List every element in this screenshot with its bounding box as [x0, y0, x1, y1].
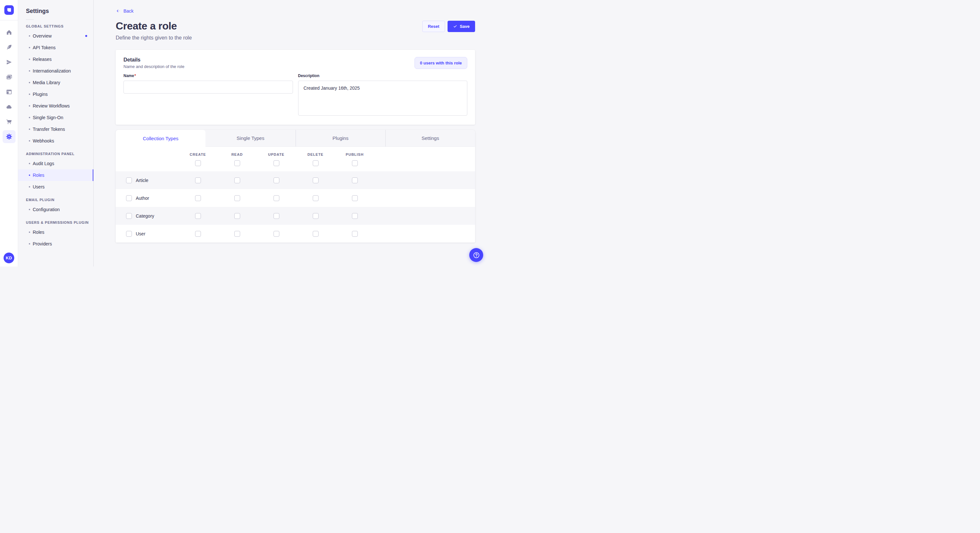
check-icon [453, 24, 457, 29]
category-update-checkbox[interactable] [274, 213, 279, 219]
media-library-icon [6, 74, 12, 80]
row-label: Author [136, 195, 149, 201]
sidebar-section-administration-panel: ADMINISTRATION PANEL [26, 152, 93, 156]
permissions-table: CREATEREADUPDATEDELETEPUBLISH ArticleAut… [116, 147, 475, 243]
category-delete-checkbox[interactable] [313, 213, 318, 219]
select-row-user-checkbox[interactable] [126, 231, 132, 237]
feather-icon [6, 44, 12, 51]
column-header-delete: DELETE [307, 152, 323, 156]
article-read-checkbox[interactable] [234, 178, 240, 183]
select-all-publish-checkbox[interactable] [352, 160, 358, 166]
page-title: Create a role [116, 19, 192, 32]
permission-row-author: Author [116, 189, 475, 207]
user-publish-checkbox[interactable] [352, 231, 358, 237]
required-asterisk: * [135, 73, 136, 78]
name-input[interactable] [124, 81, 293, 94]
layout-icon [6, 89, 12, 95]
rail-item-home[interactable] [0, 25, 18, 40]
main-nav-rail: KD [0, 0, 18, 266]
description-textarea[interactable]: Created January 16th, 2025 [298, 81, 468, 116]
rail-item-cart[interactable] [0, 114, 18, 129]
tab-collection-types[interactable]: Collection Types [116, 130, 205, 147]
rail-item-gear[interactable] [0, 129, 18, 144]
sidebar-item-api-tokens[interactable]: API Tokens [18, 42, 93, 54]
select-row-author-checkbox[interactable] [126, 195, 132, 201]
sidebar-item-media-library[interactable]: Media Library [18, 77, 93, 89]
permissions-table-header: CREATEREADUPDATEDELETEPUBLISH [116, 147, 475, 171]
sidebar-item-transfer-tokens[interactable]: Transfer Tokens [18, 124, 93, 135]
article-publish-checkbox[interactable] [352, 178, 358, 183]
help-button[interactable] [469, 248, 483, 262]
sidebar-item-audit-logs[interactable]: Audit Logs [18, 158, 93, 169]
user-read-checkbox[interactable] [234, 231, 240, 237]
sidebar-item-webhooks[interactable]: Webhooks [18, 135, 93, 147]
author-delete-checkbox[interactable] [313, 195, 318, 201]
sidebar-item-providers[interactable]: Providers [18, 238, 93, 250]
category-read-checkbox[interactable] [234, 213, 240, 219]
sidebar-item-configuration[interactable]: Configuration [18, 204, 93, 215]
rail-item-media-library[interactable] [0, 70, 18, 84]
sidebar-item-single-sign-on[interactable]: Single Sign-On [18, 112, 93, 124]
rail-item-paper-plane[interactable] [0, 55, 18, 70]
article-update-checkbox[interactable] [274, 178, 279, 183]
column-header-read: READ [231, 152, 243, 156]
paper-plane-icon [6, 59, 12, 65]
strapi-logo[interactable] [4, 5, 14, 15]
select-all-create-checkbox[interactable] [195, 160, 201, 166]
rail-item-feather[interactable] [0, 40, 18, 55]
category-create-checkbox[interactable] [195, 213, 201, 219]
author-update-checkbox[interactable] [274, 195, 279, 201]
sidebar-item-label: Audit Logs [33, 161, 54, 166]
sidebar-item-internationalization[interactable]: Internationalization [18, 65, 93, 77]
sidebar-item-roles[interactable]: Roles [18, 226, 93, 238]
article-delete-checkbox[interactable] [313, 178, 318, 183]
page-subtitle: Define the rights given to the role [116, 35, 192, 41]
column-header-update: UPDATE [268, 152, 284, 156]
column-header-publish: PUBLISH [346, 152, 364, 156]
select-all-read-checkbox[interactable] [234, 160, 240, 166]
rail-item-layout[interactable] [0, 84, 18, 99]
category-publish-checkbox[interactable] [352, 213, 358, 219]
article-create-checkbox[interactable] [195, 178, 201, 183]
user-update-checkbox[interactable] [274, 231, 279, 237]
permission-row-category: Category [116, 207, 475, 225]
home-icon [6, 29, 12, 36]
sidebar-item-label: Single Sign-On [33, 115, 63, 120]
author-create-checkbox[interactable] [195, 195, 201, 201]
tab-single-types[interactable]: Single Types [205, 130, 295, 147]
sidebar-item-label: Internationalization [33, 68, 71, 73]
select-all-update-checkbox[interactable] [274, 160, 279, 166]
user-avatar[interactable]: KD [3, 252, 14, 263]
question-mark-icon [473, 251, 480, 259]
user-delete-checkbox[interactable] [313, 231, 318, 237]
gear-icon [6, 133, 12, 140]
details-subtitle: Name and description of the role [124, 64, 185, 69]
back-label: Back [124, 8, 134, 14]
reset-button[interactable]: Reset [422, 21, 445, 32]
sidebar-section-users-permissions-plugin: USERS & PERMISSIONS PLUGIN [26, 220, 93, 224]
settings-nav: GLOBAL SETTINGSOverviewAPI TokensRelease… [18, 24, 93, 250]
name-field-label: Name* [124, 73, 293, 78]
author-publish-checkbox[interactable] [352, 195, 358, 201]
row-label: Category [136, 213, 154, 219]
sidebar-item-review-workflows[interactable]: Review Workflows [18, 100, 93, 112]
select-all-delete-checkbox[interactable] [313, 160, 318, 166]
save-button[interactable]: Save [447, 21, 475, 32]
tab-settings[interactable]: Settings [385, 130, 475, 147]
sidebar-item-roles[interactable]: Roles [18, 169, 93, 181]
select-row-category-checkbox[interactable] [126, 213, 132, 219]
author-read-checkbox[interactable] [234, 195, 240, 201]
rail-item-cloud[interactable] [0, 99, 18, 114]
users-with-role-button[interactable]: 0 users with this role [415, 57, 467, 69]
tab-plugins[interactable]: Plugins [296, 130, 385, 147]
arrow-left-icon [116, 8, 121, 14]
select-row-article-checkbox[interactable] [126, 178, 132, 183]
sidebar-item-overview[interactable]: Overview [18, 30, 93, 42]
sidebar-item-users[interactable]: Users [18, 181, 93, 193]
main-content: Back Create a role Define the rights giv… [94, 0, 490, 266]
sidebar-section-global-settings: GLOBAL SETTINGS [26, 24, 93, 28]
user-create-checkbox[interactable] [195, 231, 201, 237]
sidebar-item-releases[interactable]: Releases [18, 54, 93, 65]
sidebar-item-plugins[interactable]: Plugins [18, 89, 93, 100]
back-link[interactable]: Back [116, 8, 134, 14]
